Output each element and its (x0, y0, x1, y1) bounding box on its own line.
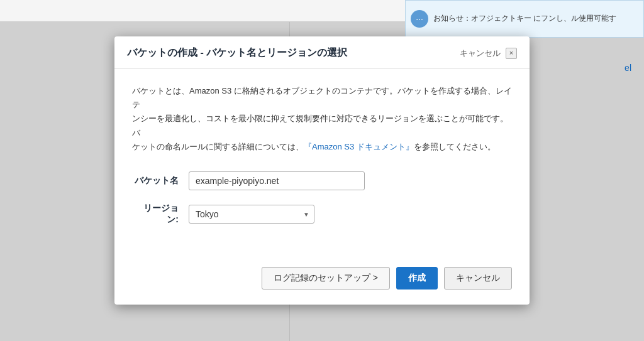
region-select[interactable]: Tokyo US East (N. Virginia) US West (Ore… (189, 205, 314, 224)
s3-doc-link[interactable]: 『Amazon S3 ドキュメント』 (304, 142, 414, 151)
region-label: リージョン: (132, 203, 189, 225)
close-button[interactable]: × (506, 48, 517, 59)
modal-header-right: キャンセル × (460, 48, 517, 59)
bucket-name-row: バケット名 (132, 171, 512, 190)
header-cancel-link[interactable]: キャンセル (460, 48, 501, 59)
bucket-name-input[interactable] (189, 171, 365, 190)
bucket-name-label: バケット名 (132, 175, 189, 187)
modal-header: バケットの作成 - バケット名とリージョンの選択 キャンセル × (114, 36, 530, 69)
modal-dialog: バケットの作成 - バケット名とリージョンの選択 キャンセル × バケットとは、… (114, 36, 530, 304)
modal-title: バケットの作成 - バケット名とリージョンの選択 (127, 46, 347, 60)
modal-description: バケットとは、Amazon S3 に格納されるオブジェクトのコンテナです。バケッ… (132, 84, 512, 153)
region-select-wrapper: Tokyo US East (N. Virginia) US West (Ore… (189, 205, 314, 224)
modal-body: バケットとは、Amazon S3 に格納されるオブジェクトのコンテナです。バケッ… (114, 69, 530, 250)
setup-log-button[interactable]: ログ記録のセットアップ > (262, 267, 390, 290)
region-row: リージョン: Tokyo US East (N. Virginia) US We… (132, 203, 512, 225)
modal-footer: ログ記録のセットアップ > 作成 キャンセル (114, 257, 530, 305)
modal-backdrop: バケットの作成 - バケット名とリージョンの選択 キャンセル × バケットとは、… (0, 0, 644, 341)
cancel-button[interactable]: キャンセル (444, 267, 512, 290)
create-button[interactable]: 作成 (396, 267, 438, 290)
